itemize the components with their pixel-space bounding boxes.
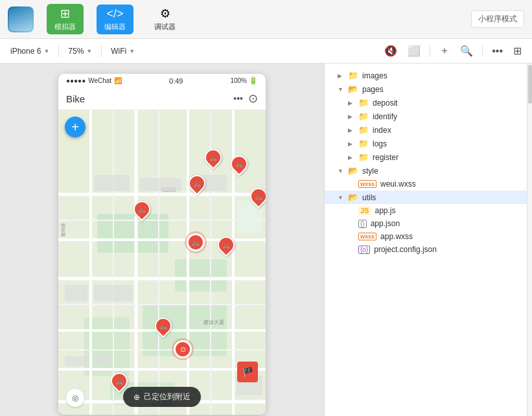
map-my-location-button[interactable]: ◎ [66, 389, 84, 407]
tree-item-logs[interactable]: ▶ 📁 logs [325, 137, 527, 150]
device-toolbar: iPhone 6 ▼ 75% ▼ WiFi ▼ 🔇 ⬜ ＋ 🔍 ••• ⊞ [0, 39, 532, 64]
tree-item-project-config[interactable]: {o} project.config.json [325, 243, 527, 256]
scrollbar-thumb [528, 65, 532, 104]
tree-item-register[interactable]: ▶ 📁 register [325, 150, 527, 164]
svg-text:建设大厦: 建设大厦 [203, 319, 224, 325]
toggle-icon: ▼ [338, 168, 344, 174]
bike-marker-7[interactable]: 🚲 [249, 188, 266, 209]
nav-record-icon: ⊙ [248, 91, 258, 106]
more-button[interactable]: ••• [488, 43, 507, 60]
tree-item-pages[interactable]: ▼ 📂 pages [325, 82, 527, 96]
app-logo [8, 6, 34, 32]
toggle-icon: ▼ [338, 194, 344, 201]
svg-text:数码港: 数码港 [61, 223, 65, 237]
map-scan-bar[interactable]: ⊕ 己定位到附近 [123, 387, 201, 407]
scan-label: 己定位到附近 [144, 391, 191, 402]
toggle-icon: ▶ [348, 113, 354, 120]
tree-item-style[interactable]: ▼ 📂 style [325, 164, 527, 178]
phone-nav-bar: Bike ••• ⊙ [58, 87, 266, 110]
right-scrollbar[interactable] [527, 64, 532, 416]
battery-percent: 100% [230, 77, 247, 84]
item-label: style [362, 167, 378, 176]
debugger-button[interactable]: ⚙ 调试器 [146, 4, 183, 34]
item-label: project.config.json [374, 245, 437, 254]
svg-rect-25 [94, 175, 130, 191]
map-flag-button[interactable]: 🏴 [237, 362, 258, 382]
svg-rect-32 [94, 353, 110, 366]
phone-frame: ●●●●● WeChat 📶 0:49 100% 🔋 Bike ••• ⊙ [58, 74, 266, 415]
folder-icon: 📁 [358, 111, 369, 121]
svg-rect-30 [94, 285, 133, 301]
separator2 [101, 45, 102, 57]
editor-button[interactable]: </> 编辑器 [97, 5, 133, 34]
tree-item-images[interactable]: ▶ 📁 images [325, 69, 527, 82]
mute-button[interactable]: 🔇 [380, 42, 401, 60]
network-select[interactable]: WiFi ▼ [107, 45, 139, 57]
editor-icon: </> [106, 7, 123, 21]
network-arrow-icon: ▼ [129, 48, 135, 54]
layout-button[interactable]: ⊞ [509, 42, 526, 60]
folder-icon: 📂 [348, 166, 358, 176]
tree-item-app-json[interactable]: {} app.json [325, 217, 527, 230]
wifi-icon: 📶 [114, 77, 122, 84]
toggle-icon: ▶ [348, 127, 354, 133]
svg-rect-1 [175, 259, 227, 292]
item-label: images [362, 71, 387, 80]
bike-marker-8[interactable]: 🚲 [154, 318, 172, 338]
tree-item-app-wxss[interactable]: wxss app.wxss [325, 230, 527, 243]
bike-marker-current[interactable]: 🚲 [187, 233, 205, 251]
item-label: weui.wxss [380, 179, 416, 189]
json-icon: {} [358, 220, 367, 228]
bike-marker-6[interactable]: 🚲 [217, 237, 235, 257]
add-button[interactable]: ＋ [435, 41, 454, 60]
zoom-arrow-icon: ▼ [86, 48, 92, 54]
zoom-select[interactable]: 75% ▼ [64, 45, 96, 57]
bike-marker-4[interactable]: 🚲 [133, 201, 151, 222]
status-left: ●●●●● WeChat 📶 [66, 77, 122, 84]
main-toolbar: ⊞ 模拟器 </> 编辑器 ⚙ 调试器 小程序模式 [0, 0, 532, 39]
tree-item-deposit[interactable]: ▶ 📁 deposit [325, 96, 527, 110]
toggle-icon: ▼ [338, 86, 344, 93]
folder-icon: 📁 [358, 152, 369, 162]
svg-rect-29 [65, 285, 87, 301]
toggle-icon: ▶ [348, 154, 354, 161]
nav-dots-icon: ••• [233, 93, 243, 104]
phone-simulator-area: ●●●●● WeChat 📶 0:49 100% 🔋 Bike ••• ⊙ [0, 64, 324, 416]
tree-item-weui-wxss[interactable]: wxss weui.wxss [325, 178, 527, 191]
folder-icon: 📁 [358, 139, 369, 148]
search-button[interactable]: 🔍 [456, 42, 477, 60]
bike-marker-1[interactable]: 🚲 [204, 149, 222, 170]
wxss-icon: wxss [358, 233, 376, 240]
simulator-label: 模拟器 [54, 22, 76, 32]
device-arrow-icon: ▼ [43, 48, 49, 54]
bike-marker-3[interactable]: 🚲 [188, 175, 206, 196]
debugger-icon: ⚙ [160, 6, 170, 21]
bike-marker-selected[interactable]: ⊙ [174, 340, 192, 358]
folder-icon: 📁 [358, 98, 369, 108]
item-label: app.wxss [380, 232, 413, 241]
toggle-icon: ▶ [338, 73, 344, 79]
tree-item-identify[interactable]: ▶ 📁 identify [325, 110, 527, 123]
svg-rect-26 [139, 178, 181, 191]
tree-item-index[interactable]: ▶ 📁 index [325, 123, 527, 137]
map-container[interactable]: 花园路 数码港 建设大厦 山大南路 [58, 110, 266, 415]
signal-dots: ●●●●● [66, 77, 86, 84]
toggle-icon: ▶ [348, 141, 354, 147]
mini-program-badge: 小程序模式 [471, 10, 524, 28]
map-zoom-in-button[interactable]: + [65, 117, 86, 137]
separator1 [58, 45, 59, 57]
tree-item-utils[interactable]: ▼ 📂 utils [325, 191, 527, 204]
simulator-button[interactable]: ⊞ 模拟器 [47, 4, 84, 34]
tree-item-app-js[interactable]: JS app.js [325, 204, 527, 217]
separator4 [482, 45, 483, 57]
device-select[interactable]: iPhone 6 ▼ [6, 45, 53, 57]
js-icon: JS [358, 206, 371, 215]
status-time: 0:49 [169, 77, 183, 85]
zoom-level: 75% [68, 47, 84, 56]
folder-icon: 📁 [358, 125, 369, 135]
simulator-icon: ⊞ [60, 6, 70, 21]
item-label: app.json [371, 219, 400, 228]
battery-icon: 🔋 [249, 76, 258, 85]
bike-marker-2[interactable]: 🚲 [230, 156, 248, 176]
rotate-button[interactable]: ⬜ [404, 42, 424, 60]
